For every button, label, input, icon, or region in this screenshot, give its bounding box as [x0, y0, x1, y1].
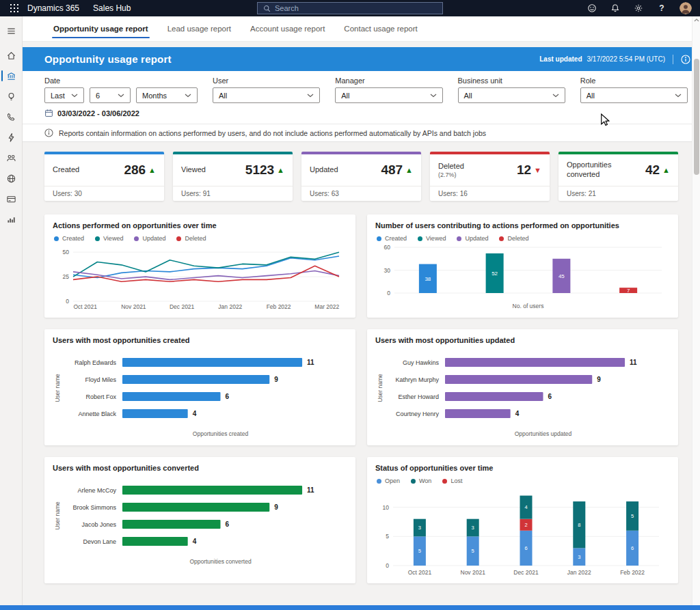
- bar-chart[interactable]: 030603852457No. of users: [375, 244, 670, 311]
- svg-text:Mar 2022: Mar 2022: [314, 303, 339, 310]
- legend-item[interactable]: Won: [411, 477, 431, 484]
- legend-item[interactable]: Updated: [134, 235, 165, 242]
- hbar-chart[interactable]: Ralph Edwards11Floyd Miles9Robert Fox6An…: [53, 348, 347, 439]
- bottom-progress-bar: [0, 605, 700, 610]
- legend-item[interactable]: Deleted: [499, 235, 528, 242]
- tab-account-usage-report[interactable]: Account usage report: [241, 16, 334, 41]
- legend-label: Won: [419, 477, 431, 484]
- date-last-select[interactable]: Last: [44, 87, 84, 103]
- kpi-card-updated[interactable]: Updated 487▲ Users: 63: [301, 152, 421, 201]
- svg-text:6: 6: [548, 393, 552, 400]
- hbar-chart[interactable]: Guy Hawkins11Kathryn Murphy9Esther Howar…: [375, 348, 670, 439]
- line-chart[interactable]: 02550Oct 2021Nov 2021Dec 2021Jan 2022Feb…: [53, 244, 347, 311]
- legend-item[interactable]: Open: [377, 477, 400, 484]
- lightning-icon[interactable]: [0, 127, 23, 148]
- help-icon[interactable]: ?: [656, 3, 667, 14]
- kpi-users: Users: 16: [430, 186, 550, 201]
- date-count-select[interactable]: 6: [90, 87, 131, 103]
- legend-label: Viewed: [103, 235, 123, 242]
- sidebar-item-usage-reports[interactable]: [0, 66, 23, 86]
- business-unit-select[interactable]: All: [458, 87, 565, 103]
- bell-icon[interactable]: [610, 3, 621, 14]
- kpi-card-viewed[interactable]: Viewed 5123▲ Users: 91: [173, 152, 293, 201]
- kpi-label: Opportunities converted: [567, 161, 630, 180]
- app-title[interactable]: Dynamics 365: [27, 3, 79, 13]
- gear-icon[interactable]: [633, 3, 644, 14]
- search-box[interactable]: [257, 2, 443, 14]
- chart-card-most-created: Users with most opportunities created Ra…: [44, 329, 355, 445]
- svg-text:Nov 2021: Nov 2021: [461, 569, 486, 576]
- user-select[interactable]: All: [213, 87, 320, 103]
- tab-lead-usage-report[interactable]: Lead usage report: [159, 16, 240, 41]
- tab-contact-usage-report[interactable]: Contact usage report: [335, 16, 426, 41]
- menu-icon[interactable]: [0, 20, 23, 41]
- legend-item[interactable]: Created: [54, 235, 84, 242]
- svg-text:3: 3: [578, 554, 580, 560]
- filter-date-label: Date: [44, 77, 198, 85]
- report-tabs: Opportunity usage report Lead usage repo…: [23, 16, 700, 42]
- svg-text:User name: User name: [54, 374, 61, 402]
- chevron-down-icon: [307, 94, 314, 98]
- svg-text:38: 38: [425, 276, 431, 282]
- trend-arrow-icon: ▲: [277, 166, 284, 174]
- svg-text:Brook Simmons: Brook Simmons: [72, 504, 116, 511]
- legend-item[interactable]: Updated: [457, 235, 488, 242]
- stacked-bar-chart[interactable]: 0510Oct 202153Nov 202153Dec 2021624Jan 2…: [375, 486, 670, 577]
- legend-dot-icon: [442, 479, 447, 484]
- main-content: Opportunity usage report Lead usage repo…: [23, 16, 700, 605]
- phone-icon[interactable]: [0, 107, 23, 127]
- svg-text:9: 9: [274, 503, 278, 511]
- avatar[interactable]: [679, 2, 692, 14]
- kpi-card-created[interactable]: Created 286▲ Users: 30: [44, 152, 164, 201]
- svg-text:6: 6: [226, 393, 230, 400]
- svg-text:4: 4: [515, 410, 520, 417]
- chart-card-users-contributing: Number of users contributing to actions …: [367, 214, 678, 318]
- legend-item[interactable]: Lost: [442, 477, 462, 484]
- svg-text:Kathryn Murphy: Kathryn Murphy: [395, 376, 439, 383]
- lightbulb-icon[interactable]: [0, 86, 23, 107]
- manager-select[interactable]: All: [335, 87, 442, 103]
- role-select[interactable]: All: [580, 87, 688, 103]
- svg-text:Arlene McCoy: Arlene McCoy: [77, 487, 116, 494]
- trend-arrow-icon: ▲: [662, 166, 670, 174]
- tab-opportunity-usage-report[interactable]: Opportunity usage report: [44, 16, 157, 41]
- home-icon[interactable]: [0, 45, 23, 66]
- emoji-feedback-icon[interactable]: [587, 3, 597, 14]
- svg-text:Courtney Henry: Courtney Henry: [396, 411, 440, 417]
- scroll-up-icon[interactable]: [692, 18, 700, 22]
- search-input[interactable]: [275, 4, 437, 12]
- area-title[interactable]: Sales Hub: [93, 3, 131, 13]
- hbar-chart[interactable]: Arlene McCoy11Brook Simmons9Jacob Jones6…: [53, 476, 347, 566]
- svg-text:Jan 2022: Jan 2022: [567, 569, 591, 576]
- scrollbar-thumb[interactable]: [694, 59, 699, 175]
- chart-icon[interactable]: [0, 209, 23, 230]
- legend-item[interactable]: Deleted: [176, 235, 206, 242]
- card-icon[interactable]: [0, 189, 23, 209]
- legend-dot-icon: [54, 236, 59, 241]
- legend-item[interactable]: Viewed: [95, 235, 123, 242]
- filter-role: Role All: [580, 77, 688, 103]
- svg-text:Annette Black: Annette Black: [78, 411, 116, 417]
- chevron-down-icon: [185, 94, 191, 98]
- kpi-card-deleted[interactable]: Deleted(2.7%) 12▼ Users: 16: [430, 152, 550, 201]
- chart-card-most-updated: Users with most opportunities updated Gu…: [367, 329, 678, 445]
- top-navbar: Dynamics 365 Sales Hub ?: [0, 0, 700, 16]
- chevron-down-icon: [552, 94, 559, 98]
- legend-item[interactable]: Created: [377, 235, 407, 242]
- svg-text:Opportunities updated: Opportunities updated: [515, 430, 572, 437]
- kpi-card-opportunities-converted[interactable]: Opportunities converted 42▲ Users: 21: [558, 152, 678, 201]
- date-unit-select[interactable]: Months: [136, 87, 198, 103]
- svg-text:Opportunities created: Opportunities created: [193, 430, 249, 437]
- legend-item[interactable]: Viewed: [418, 235, 446, 242]
- globe-icon[interactable]: [0, 168, 23, 189]
- svg-text:Ralph Edwards: Ralph Edwards: [75, 359, 117, 366]
- people-icon[interactable]: [0, 148, 23, 168]
- app-launcher-icon[interactable]: [10, 3, 19, 13]
- svg-text:Esther Howard: Esther Howard: [398, 393, 439, 400]
- vertical-scrollbar[interactable]: [692, 16, 700, 605]
- filter-user: User All: [213, 77, 320, 103]
- legend-label: Deleted: [507, 235, 528, 242]
- svg-text:4: 4: [193, 538, 197, 545]
- filter-bar: Date Last 6 Months: [23, 71, 700, 124]
- info-icon[interactable]: [681, 55, 690, 64]
